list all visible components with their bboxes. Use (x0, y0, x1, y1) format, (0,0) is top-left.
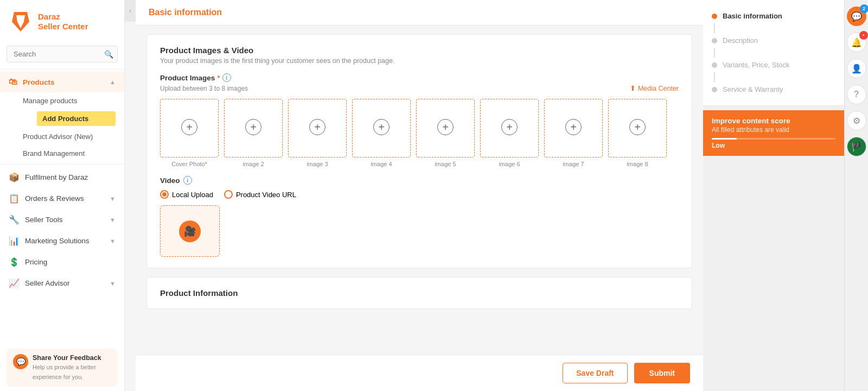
image-slot-4[interactable]: + (352, 99, 411, 157)
plus-icon: + (437, 119, 454, 135)
chat-icon: 💬 (851, 11, 862, 22)
step-dot-4 (712, 87, 717, 92)
plus-icon: + (245, 119, 261, 135)
media-center-link[interactable]: ⬆ Media Center (630, 84, 679, 92)
logo: Daraz Seller Center (0, 0, 124, 43)
submit-button[interactable]: Submit (634, 363, 690, 383)
image-slot-wrapper-8: + image 8 (608, 99, 667, 167)
sidebar-item-product-advisor[interactable]: Product Advisor (New) (0, 128, 124, 145)
chevron-down-icon: ▼ (110, 217, 116, 223)
notification-badge: • (859, 31, 868, 40)
fulfilment-icon: 📦 (9, 172, 20, 182)
sidebar-item-add-products[interactable]: Add Products (37, 111, 116, 126)
help-button[interactable]: ? (847, 85, 866, 104)
plus-icon: + (501, 119, 518, 135)
local-upload-radio[interactable]: Local Upload (160, 190, 213, 199)
upload-hint: Upload between 3 to 8 images ⬆ Media Cen… (160, 84, 679, 92)
product-images-card: Product Images & Video Your product imag… (146, 34, 692, 268)
image-slot-label-7: image 7 (563, 161, 584, 167)
image-slot-7[interactable]: + (544, 99, 603, 157)
feedback-text: Share Your Feedback Help us provide a be… (33, 354, 111, 381)
step-dot-2 (712, 38, 717, 43)
feedback-panel[interactable]: 💬 Share Your Feedback Help us provide a … (7, 349, 118, 387)
image-slot-6[interactable]: + (480, 99, 539, 157)
plus-icon: + (181, 119, 197, 135)
image-slot-5[interactable]: + (416, 99, 475, 157)
required-star: * (217, 74, 220, 82)
image-slot-wrapper-6: + image 6 (480, 99, 539, 167)
help-icon: ? (854, 90, 859, 99)
sidebar-collapse-button[interactable]: ‹ (125, 0, 136, 22)
sidebar-item-manage-products[interactable]: Manage products (0, 92, 124, 109)
video-url-radio[interactable]: Product Video URL (224, 190, 296, 199)
image-slot-label-2: image 2 (242, 161, 264, 167)
sidebar: Daraz Seller Center 🔍 🛍 Products ▲ Manag… (0, 0, 125, 391)
video-camera-icon: 🎥 (179, 220, 201, 242)
logo-text: Daraz Seller Center (38, 12, 88, 31)
plus-icon: + (309, 119, 326, 135)
video-upload-slot[interactable]: 🎥 (160, 205, 220, 257)
image-slot-wrapper-7: + image 7 (544, 99, 603, 167)
chevron-down-icon: ▼ (110, 280, 116, 287)
product-info-card: Product Information (146, 277, 692, 309)
chat-button[interactable]: 💬 2 (847, 7, 866, 26)
right-icons-panel: 💬 2 🔔 • 👤 ? ⚙ 🏴 (844, 0, 868, 391)
sidebar-item-seller-tools[interactable]: 🔧 Seller Tools ▼ (0, 209, 124, 230)
user-button[interactable]: 👤 (847, 59, 866, 78)
bottom-bar: Save Draft Submit (136, 355, 703, 391)
sidebar-item-marketing[interactable]: 📊 Marketing Solutions ▼ (0, 230, 124, 251)
plus-icon: + (629, 119, 646, 135)
image-slot-label-6: image 6 (499, 161, 520, 167)
save-draft-button[interactable]: Save Draft (563, 363, 627, 383)
image-slot-2[interactable]: + (224, 99, 283, 157)
image-slot-label-5: image 5 (435, 161, 456, 167)
cover-photo-label: Cover Photo* (171, 161, 207, 167)
search-box[interactable]: 🔍 (7, 46, 118, 62)
sidebar-item-products[interactable]: 🛍 Products ▲ (0, 72, 124, 92)
image-slot-wrapper-5: + image 5 (416, 99, 475, 167)
image-slot-wrapper-1: + Cover Photo* (160, 99, 219, 167)
user-icon: 👤 (851, 64, 862, 74)
seller-advisor-icon: 📈 (9, 278, 20, 288)
image-slot-label-8: image 8 (627, 161, 648, 167)
sidebar-item-brand-management[interactable]: Brand Management (0, 145, 124, 162)
chevron-down-icon: ▼ (110, 195, 116, 202)
right-panel: Basic information Description Variants, … (703, 0, 844, 391)
steps-panel: Basic information Description Variants, … (703, 0, 844, 106)
step-label-4: Service & Warranty (723, 85, 783, 93)
plus-icon: + (565, 119, 582, 135)
step-connector-2 (714, 48, 715, 58)
video-section: Video i Local Upload Product Video URL 🎥 (160, 176, 679, 257)
video-info-icon[interactable]: i (183, 176, 192, 185)
notification-button[interactable]: 🔔 • (847, 33, 866, 52)
seller-tools-icon: 🔧 (9, 215, 20, 225)
daraz-logo-icon (9, 10, 33, 34)
flag-button[interactable]: 🏴 (847, 137, 866, 156)
page-title: Basic information (149, 8, 690, 17)
main-content: Basic information Product Images & Video… (136, 0, 703, 391)
sidebar-item-orders[interactable]: 📋 Orders & Reviews ▼ (0, 188, 124, 209)
flag-icon: 🏴 (851, 142, 862, 152)
image-slot-wrapper-3: + image 3 (288, 99, 347, 167)
images-info-icon[interactable]: i (222, 73, 231, 82)
image-slot-3[interactable]: + (288, 99, 347, 157)
image-slot-wrapper-4: + image 4 (352, 99, 411, 167)
marketing-icon: 📊 (9, 236, 20, 246)
settings-button[interactable]: ⚙ (847, 111, 866, 130)
score-level: Low (712, 142, 835, 149)
search-input[interactable] (7, 46, 118, 62)
step-label-3: Variants, Price, Stock (723, 61, 789, 69)
step-label-2: Description (723, 36, 758, 45)
content-score-title: Improve content score (712, 117, 835, 125)
local-upload-radio-btn (160, 190, 169, 199)
sidebar-item-pricing[interactable]: 💲 Pricing (0, 251, 124, 273)
step-3: Variants, Price, Stock (712, 58, 835, 72)
image-slot-cover[interactable]: + (160, 99, 219, 157)
sidebar-item-fulfilment[interactable]: 📦 Fulfilment by Daraz (0, 167, 124, 188)
score-bar (712, 138, 835, 140)
sidebar-item-seller-advisor[interactable]: 📈 Seller Advisor ▼ (0, 273, 124, 294)
upload-icon: ⬆ (630, 84, 636, 92)
card-subtitle: Your product images is the first thing y… (160, 57, 679, 65)
step-dot-1 (712, 14, 717, 19)
image-slot-8[interactable]: + (608, 99, 667, 157)
